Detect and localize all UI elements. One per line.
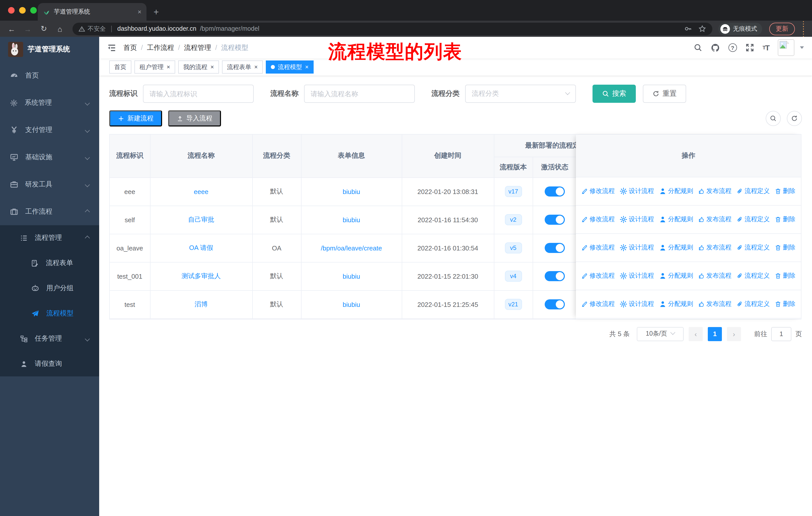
tab-close-icon[interactable]: × xyxy=(138,8,141,16)
create-process-button[interactable]: 新建流程 xyxy=(109,110,162,127)
action-5[interactable]: 删除 xyxy=(775,300,795,308)
cell-form-link[interactable]: biubiu xyxy=(343,301,360,308)
cell-form-link[interactable]: biubiu xyxy=(343,188,360,195)
tag-close-icon[interactable]: × xyxy=(254,64,258,70)
action-1[interactable]: 设计流程 xyxy=(620,243,654,252)
bookmark-star-icon[interactable] xyxy=(698,25,706,33)
cell-process-name-link[interactable]: 自己审批 xyxy=(188,216,214,223)
sidebar-item-8[interactable]: 用户分组 xyxy=(0,276,99,301)
reload-icon[interactable]: ↻ xyxy=(37,22,50,35)
current-page-button[interactable]: 1 xyxy=(708,327,722,341)
cell-process-name-link[interactable]: 测试多审批人 xyxy=(181,272,221,280)
help-icon[interactable]: ? xyxy=(728,43,737,52)
action-3[interactable]: 发布流程 xyxy=(698,243,731,252)
action-3[interactable]: 发布流程 xyxy=(698,215,731,224)
forward-icon[interactable]: → xyxy=(21,22,34,35)
action-5[interactable]: 删除 xyxy=(775,243,795,252)
back-icon[interactable]: ← xyxy=(5,22,18,35)
action-2[interactable]: 分配规则 xyxy=(659,300,693,308)
action-0[interactable]: 修改流程 xyxy=(581,215,615,224)
sidebar-item-1[interactable]: 系统管理 xyxy=(0,89,99,116)
action-0[interactable]: 修改流程 xyxy=(581,300,615,308)
sidebar-item-7[interactable]: 流程表单 xyxy=(0,250,99,276)
goto-page-input[interactable] xyxy=(771,327,791,341)
breadcrumb-item[interactable]: 工作流程 xyxy=(147,43,174,52)
address-bar[interactable]: 不安全 dashboard.yudao.iocoder.cn/bpm/manag… xyxy=(72,22,712,35)
action-1[interactable]: 设计流程 xyxy=(620,272,654,280)
action-2[interactable]: 分配规则 xyxy=(659,272,693,280)
action-4[interactable]: 流程定义 xyxy=(736,215,770,224)
next-page-button[interactable]: › xyxy=(727,327,741,341)
action-2[interactable]: 分配规则 xyxy=(659,215,693,224)
cell-process-name-link[interactable]: OA 请假 xyxy=(189,244,213,251)
sidebar-item-10[interactable]: 任务管理 xyxy=(0,326,99,351)
show-search-button[interactable] xyxy=(766,111,781,126)
action-1[interactable]: 设计流程 xyxy=(620,187,654,195)
cell-form-link[interactable]: biubiu xyxy=(343,272,360,280)
tag-1[interactable]: 租户管理× xyxy=(135,60,175,74)
action-1[interactable]: 设计流程 xyxy=(620,300,654,308)
tag-2[interactable]: 我的流程× xyxy=(178,60,219,74)
action-0[interactable]: 修改流程 xyxy=(581,272,615,280)
security-warning[interactable]: 不安全 xyxy=(79,24,106,33)
breadcrumb-item[interactable]: 首页 xyxy=(123,43,137,52)
active-status-toggle[interactable] xyxy=(545,243,565,253)
process-name-input[interactable] xyxy=(304,85,415,103)
close-window-button[interactable] xyxy=(8,7,14,13)
search-icon[interactable] xyxy=(693,43,702,52)
active-status-toggle[interactable] xyxy=(545,271,565,281)
sidebar-item-3[interactable]: 基础设施 xyxy=(0,144,99,171)
fullscreen-icon[interactable] xyxy=(745,43,754,52)
cell-process-name-link[interactable]: 滔博 xyxy=(195,300,208,308)
avatar-caret-icon[interactable] xyxy=(800,46,804,49)
tag-4[interactable]: 流程模型× xyxy=(266,60,314,74)
action-3[interactable]: 发布流程 xyxy=(698,187,731,195)
new-tab-button[interactable]: + xyxy=(153,3,159,21)
browser-tab[interactable]: 芋道管理系统 × xyxy=(38,3,146,21)
sidebar-item-6[interactable]: 流程管理 xyxy=(0,225,99,250)
action-5[interactable]: 删除 xyxy=(775,215,795,224)
home-icon[interactable]: ⌂ xyxy=(53,22,66,35)
tag-0[interactable]: 首页 xyxy=(109,60,132,74)
sidebar-item-0[interactable]: 首页 xyxy=(0,62,99,89)
process-key-input[interactable] xyxy=(143,85,254,103)
minimize-window-button[interactable] xyxy=(19,7,26,13)
sidebar-item-11[interactable]: 请假查询 xyxy=(0,351,99,376)
action-3[interactable]: 发布流程 xyxy=(698,300,731,308)
import-process-button[interactable]: 导入流程 xyxy=(168,110,221,127)
active-status-toggle[interactable] xyxy=(545,215,565,225)
action-4[interactable]: 流程定义 xyxy=(736,300,770,308)
action-3[interactable]: 发布流程 xyxy=(698,272,731,280)
sidebar-item-2[interactable]: 支付管理 xyxy=(0,116,99,144)
action-2[interactable]: 分配规则 xyxy=(659,243,693,252)
action-4[interactable]: 流程定义 xyxy=(736,187,770,195)
cell-form-link[interactable]: /bpm/oa/leave/create xyxy=(321,244,382,252)
sidebar-logo[interactable]: 芋道管理系统 xyxy=(0,37,99,62)
active-status-toggle[interactable] xyxy=(545,186,565,196)
action-4[interactable]: 流程定义 xyxy=(736,243,770,252)
font-size-icon[interactable]: TT xyxy=(762,43,769,52)
action-0[interactable]: 修改流程 xyxy=(581,243,615,252)
action-0[interactable]: 修改流程 xyxy=(581,187,615,195)
sidebar-collapse-icon[interactable] xyxy=(107,43,116,52)
active-status-toggle[interactable] xyxy=(545,299,565,309)
breadcrumb-item[interactable]: 流程管理 xyxy=(184,43,211,52)
reset-button[interactable]: 重置 xyxy=(643,85,686,103)
action-5[interactable]: 删除 xyxy=(775,187,795,195)
action-4[interactable]: 流程定义 xyxy=(736,272,770,280)
action-1[interactable]: 设计流程 xyxy=(620,215,654,224)
github-icon[interactable] xyxy=(710,43,720,52)
action-2[interactable]: 分配规则 xyxy=(659,187,693,195)
page-size-select[interactable]: 10条/页 xyxy=(637,327,684,341)
cell-process-name-link[interactable]: eeee xyxy=(194,188,208,195)
zoom-window-button[interactable] xyxy=(30,7,37,13)
search-button[interactable]: 搜索 xyxy=(592,85,636,103)
avatar[interactable] xyxy=(778,39,794,56)
sidebar-item-5[interactable]: 工作流程 xyxy=(0,198,99,225)
tag-close-icon[interactable]: × xyxy=(210,64,214,70)
process-category-select[interactable]: 流程分类 xyxy=(465,85,576,103)
tag-3[interactable]: 流程表单× xyxy=(222,60,263,74)
action-5[interactable]: 删除 xyxy=(775,272,795,280)
chrome-update-button[interactable]: 更新 xyxy=(769,22,795,35)
browser-menu-icon[interactable]: ⋮⋮⋮ xyxy=(800,21,807,36)
